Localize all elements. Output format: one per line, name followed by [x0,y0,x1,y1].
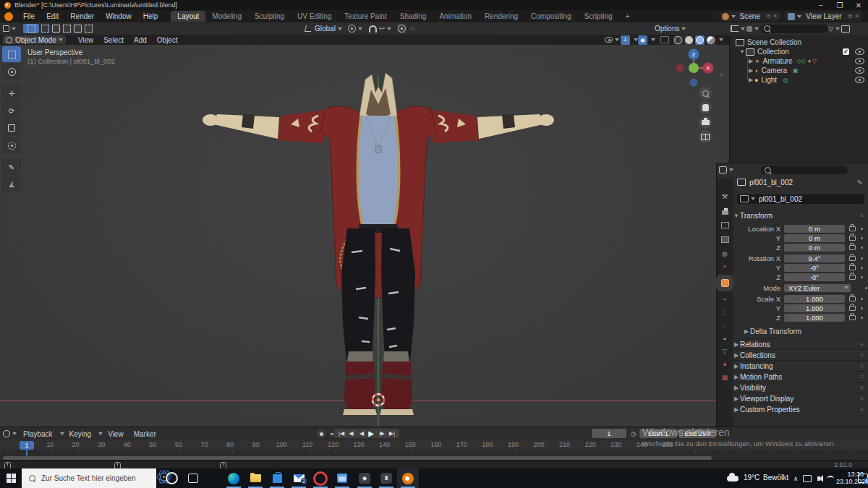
cortana-button[interactable] [161,468,182,488]
tab-sculpting[interactable]: Sculpting [248,11,291,22]
lock-icon[interactable] [849,275,856,280]
mail-icon[interactable]: 2 [288,468,310,488]
jump-to-start-button[interactable]: |◀ [336,430,346,437]
tab-world[interactable]: ◓ [719,261,731,272]
menu-help[interactable]: Help [137,12,164,20]
tab-texture[interactable]: ▦ [719,372,731,382]
menu-view[interactable]: View [73,36,99,44]
lock-icon[interactable] [849,306,856,311]
blender-menu-icon[interactable] [4,12,13,21]
volume-icon[interactable] [813,468,825,488]
tab-rendering[interactable]: Rendering [478,11,524,22]
rotation-z-field[interactable]: -0° [784,273,845,281]
edge-icon[interactable] [223,468,244,488]
options-dropdown[interactable]: Options [655,24,686,33]
object-name-field[interactable]: pl001_bl_002 [737,194,864,204]
outliner-display-mode-dropdown[interactable] [731,24,745,33]
outliner-filter-dropdown[interactable]: ▽ [828,24,840,33]
relations-panel[interactable]: ▶Relations≡ [733,338,868,349]
outliner-item-collection[interactable]: Collection [757,48,789,56]
animate-dot[interactable] [861,228,863,230]
mode-dropdown[interactable]: Object Mode [3,35,66,44]
tab-render[interactable] [719,207,731,218]
perspective-toggle-icon[interactable] [699,130,712,143]
select-mode-subtract-button[interactable] [62,24,72,33]
delete-scene-icon[interactable]: ✕ [773,13,778,20]
shading-rendered-button[interactable] [706,35,715,45]
tray-chevron-icon[interactable]: ∧ [790,468,801,488]
maximize-button[interactable]: ❐ [830,1,849,9]
outliner-item-light[interactable]: Light [761,76,777,84]
animate-dot[interactable] [861,276,863,278]
tab-scripting[interactable]: Scripting [578,11,619,22]
select-mode-invert-button[interactable] [73,24,82,33]
menu-marker[interactable]: Marker [129,430,161,438]
lock-icon[interactable] [849,245,856,250]
navigation-gizmo[interactable]: Z X [669,45,720,90]
previous-keyframe-button[interactable]: ◀· [346,430,357,437]
expand-icon[interactable]: ▶ [747,67,754,74]
play-button[interactable]: ▶ [366,429,376,437]
file-explorer-icon[interactable] [244,468,266,488]
scale-z-field[interactable]: 1.000 [784,314,845,322]
pin-icon[interactable]: ✎ [857,179,863,187]
tab-animation[interactable]: Animation [433,11,477,22]
lock-icon[interactable] [849,236,856,241]
tab-tool[interactable]: ⚒ [719,191,731,202]
outliner-item-camera[interactable]: Camera [761,67,787,74]
pan-hand-icon[interactable] [699,101,712,114]
timeline-editor-type-dropdown[interactable] [3,429,17,439]
tab-material[interactable]: ● [719,359,731,369]
select-mode-extend-button[interactable] [51,24,61,33]
animate-dot[interactable] [861,237,863,239]
jump-to-end-button[interactable]: ▶| [387,430,397,437]
weather-temp[interactable]: 19°C [744,474,760,481]
new-workspace-button[interactable]: + [619,11,637,22]
tab-compositing[interactable]: Compositing [524,11,578,22]
close-button[interactable]: ✕ [849,1,868,9]
outliner-filter-id-dropdown[interactable] [746,24,759,33]
visibility-panel[interactable]: ▶Visibility≡ [733,382,868,393]
menu-file[interactable]: File [17,12,41,20]
minimize-button[interactable]: − [812,1,830,9]
rotation-y-field[interactable]: -0° [784,264,845,272]
animate-dot[interactable] [861,298,863,300]
menu-window[interactable]: Window [100,12,137,20]
rotation-x-field[interactable]: 9.4° [784,254,845,262]
menu-add[interactable]: Add [129,36,152,44]
breadcrumb[interactable]: pl001_bl_002 [749,179,793,187]
hide-armature-eye-icon[interactable] [855,58,864,64]
proportional-editing-button[interactable] [397,24,407,33]
expand-icon[interactable]: ▶ [747,77,754,83]
pivot-point-dropdown[interactable] [348,24,362,33]
tab-uv-editing[interactable]: UV Editing [291,11,338,22]
microsoft-store-icon[interactable] [266,468,288,488]
game-launcher-1-icon[interactable]: ◆ [354,468,375,488]
snap-toggle-button[interactable] [368,24,378,33]
animate-dot[interactable] [861,247,863,249]
animate-dot[interactable] [861,257,863,260]
tool-move[interactable]: ✛ [2,85,21,101]
animate-dot[interactable] [865,287,867,289]
tab-output[interactable] [719,220,731,231]
outliner-item-armature[interactable]: Armature [763,57,793,65]
hide-collection-eye-icon[interactable] [855,48,864,55]
tab-texture-paint[interactable]: Texture Paint [338,11,393,22]
timeline-track[interactable] [0,450,868,455]
collection-checkbox[interactable]: ✓ [843,48,849,55]
tool-annotate[interactable]: ✎ [2,159,21,175]
tab-view-layer[interactable] [719,234,731,245]
scene-selector[interactable]: Scene ⧉ ✕ [719,12,781,21]
frame-start-field[interactable]: Start 1 [639,429,677,438]
zoom-icon[interactable] [699,87,712,100]
instancing-panel[interactable]: ▶Instancing≡ [733,360,868,371]
tab-object[interactable] [719,278,731,288]
active-tool-dropdown[interactable] [3,24,16,33]
menu-edit[interactable]: Edit [41,12,64,20]
tab-layout[interactable]: Layout [171,11,205,22]
tool-transform[interactable] [2,137,21,153]
menu-object[interactable]: Object [152,36,183,44]
play-reverse-button[interactable]: ◀ [357,430,366,437]
camera-view-icon[interactable] [699,116,712,129]
game-launcher-2-icon[interactable]: ♜ [375,468,397,488]
